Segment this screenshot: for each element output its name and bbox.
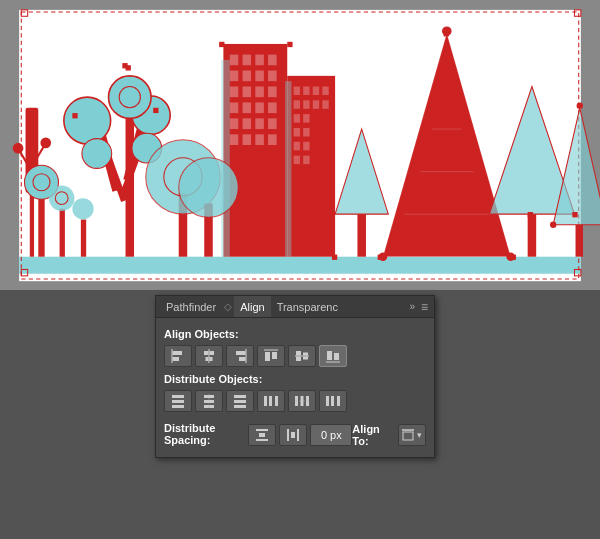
- svg-rect-147: [275, 396, 278, 406]
- svg-rect-155: [256, 429, 268, 431]
- svg-rect-31: [230, 71, 239, 82]
- svg-rect-36: [243, 86, 252, 97]
- vertical-distribute-center-button[interactable]: [195, 390, 223, 412]
- svg-rect-153: [331, 396, 334, 406]
- tab-transparency[interactable]: Transparenc: [271, 296, 344, 317]
- svg-rect-124: [239, 357, 246, 361]
- svg-rect-114: [511, 255, 516, 260]
- svg-rect-135: [172, 395, 184, 398]
- tab-align[interactable]: Align: [234, 296, 270, 317]
- svg-rect-156: [256, 439, 268, 441]
- svg-rect-152: [326, 396, 329, 406]
- svg-rect-118: [172, 357, 179, 361]
- svg-rect-144: [234, 405, 246, 408]
- svg-rect-101: [81, 219, 86, 256]
- distribute-objects-label: Distribute Objects:: [164, 373, 426, 385]
- svg-rect-51: [221, 60, 230, 257]
- horizontal-distribute-right-button[interactable]: [319, 390, 347, 412]
- svg-rect-107: [122, 63, 127, 68]
- panel-content: Align Objects:: [156, 318, 434, 457]
- align-objects-buttons: [164, 345, 426, 367]
- svg-rect-63: [294, 128, 300, 137]
- svg-point-84: [411, 194, 420, 203]
- svg-rect-29: [255, 55, 264, 66]
- distribute-objects-buttons: [164, 390, 426, 412]
- distribute-spacing-buttons: [248, 424, 352, 446]
- svg-rect-98: [60, 209, 65, 257]
- horizontal-distribute-center-button[interactable]: [288, 390, 316, 412]
- svg-rect-56: [322, 86, 328, 95]
- svg-rect-30: [268, 55, 277, 66]
- distribute-spacing-left: Distribute Spacing:: [164, 418, 352, 451]
- svg-rect-126: [265, 352, 270, 361]
- svg-rect-145: [264, 396, 267, 406]
- svg-rect-97: [357, 214, 366, 257]
- svg-rect-50: [268, 134, 277, 145]
- horizontal-distribute-left-button[interactable]: [257, 390, 285, 412]
- svg-rect-32: [243, 71, 252, 82]
- vertical-distribute-top-button[interactable]: [164, 390, 192, 412]
- svg-rect-68: [303, 156, 309, 165]
- vertical-align-middle-button[interactable]: [288, 345, 316, 367]
- svg-rect-161: [403, 432, 413, 440]
- horizontal-align-left-button[interactable]: [164, 345, 192, 367]
- svg-rect-91: [576, 225, 583, 257]
- svg-rect-38: [268, 86, 277, 97]
- svg-rect-33: [255, 71, 264, 82]
- svg-rect-159: [297, 429, 299, 441]
- svg-rect-27: [230, 55, 239, 66]
- vertical-distribute-bottom-button[interactable]: [226, 390, 254, 412]
- svg-rect-110: [332, 255, 337, 260]
- tab-separator-1: ◇: [222, 301, 234, 312]
- svg-rect-62: [303, 114, 309, 123]
- svg-point-18: [82, 139, 112, 169]
- panel-menu-icon[interactable]: ≡: [419, 300, 430, 314]
- svg-rect-53: [294, 86, 300, 95]
- vertical-align-bottom-button[interactable]: [319, 345, 347, 367]
- svg-rect-49: [255, 134, 264, 145]
- svg-rect-61: [294, 114, 300, 123]
- svg-rect-113: [380, 255, 385, 260]
- svg-rect-42: [268, 102, 277, 113]
- panel-tab-bar: Pathfinder ◇ Align Transparenc » ≡: [156, 296, 434, 318]
- svg-rect-66: [303, 142, 309, 151]
- svg-rect-117: [172, 351, 182, 355]
- svg-rect-23: [72, 113, 77, 118]
- dropdown-arrow-icon: ▾: [417, 430, 422, 440]
- svg-rect-137: [172, 405, 184, 408]
- distribute-spacing-label: Distribute Spacing:: [164, 422, 241, 446]
- horizontal-distribute-space-button[interactable]: [279, 424, 307, 446]
- svg-point-99: [49, 185, 75, 211]
- horizontal-align-center-button[interactable]: [195, 345, 223, 367]
- svg-rect-55: [313, 86, 319, 95]
- svg-rect-88: [528, 214, 537, 257]
- svg-rect-143: [234, 400, 246, 403]
- svg-rect-60: [322, 100, 328, 109]
- svg-point-85: [474, 194, 483, 203]
- svg-rect-58: [303, 100, 309, 109]
- svg-point-93: [550, 222, 556, 228]
- svg-rect-158: [287, 429, 289, 441]
- svg-rect-112: [444, 31, 449, 36]
- svg-rect-154: [337, 396, 340, 406]
- svg-rect-45: [255, 118, 264, 129]
- svg-rect-69: [285, 81, 291, 257]
- svg-rect-136: [172, 400, 184, 403]
- panel-expand-icon[interactable]: »: [409, 301, 415, 312]
- svg-rect-160: [291, 432, 295, 438]
- align-to-dropdown[interactable]: ▾: [398, 424, 426, 446]
- svg-rect-123: [236, 351, 246, 355]
- svg-rect-41: [255, 102, 264, 113]
- tab-pathfinder[interactable]: Pathfinder: [160, 296, 222, 317]
- vertical-distribute-space-button[interactable]: [248, 424, 276, 446]
- horizontal-align-right-button[interactable]: [226, 345, 254, 367]
- svg-rect-115: [528, 212, 533, 217]
- svg-rect-48: [243, 134, 252, 145]
- spacing-value-input[interactable]: [310, 424, 352, 446]
- svg-rect-43: [230, 118, 239, 129]
- svg-rect-39: [230, 102, 239, 113]
- vertical-align-top-button[interactable]: [257, 345, 285, 367]
- svg-rect-127: [272, 352, 277, 359]
- svg-point-74: [179, 158, 239, 218]
- svg-point-14: [64, 97, 111, 144]
